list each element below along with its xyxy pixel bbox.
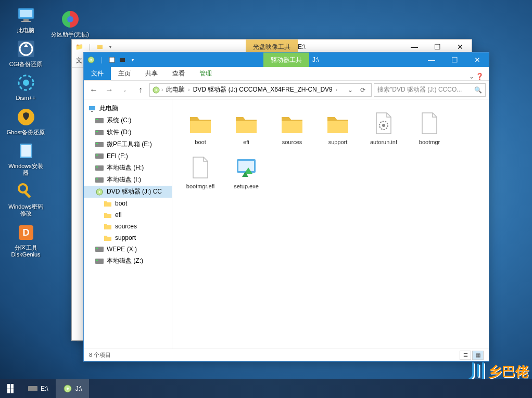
folder-icon: 📁 <box>75 43 83 51</box>
hdd-icon <box>95 257 104 265</box>
tree-drive[interactable]: DVD 驱动器 (J:) CC <box>84 186 172 198</box>
tree-drive[interactable]: 本地磁盘 (Z:) <box>84 255 172 267</box>
exe-icon <box>233 154 260 181</box>
divider: | <box>85 43 94 51</box>
file-icon <box>187 154 214 181</box>
ribbon-collapse-button[interactable]: ⌄ ❓ <box>464 73 489 80</box>
context-tab[interactable]: 驱动器工具 <box>263 53 309 67</box>
taskbar[interactable]: E:\ J:\ <box>0 379 532 398</box>
file-item[interactable]: efi <box>223 107 269 149</box>
file-item[interactable]: autorun.inf <box>361 107 407 149</box>
tree-drive[interactable]: 系统 (C:) <box>84 114 172 126</box>
search-input[interactable]: 搜索"DVD 驱动器 (J:) CCCO... 🔍 <box>374 83 486 97</box>
folder-icon <box>104 211 112 219</box>
hdd-icon <box>95 176 104 184</box>
crumb-this-pc[interactable]: 此电脑 <box>164 84 187 95</box>
desktop-icon-dism[interactable]: Dism++ <box>6 72 45 101</box>
navigation-tree[interactable]: 此电脑 系统 (C:)软件 (D:)微PE工具箱 (E:)EFI (F:)本地磁… <box>84 99 172 349</box>
tree-drive[interactable]: 本地磁盘 (H:) <box>84 162 172 174</box>
window-title: J:\ <box>312 56 319 63</box>
nav-history-button[interactable]: ⌄ <box>118 83 132 97</box>
svg-rect-31 <box>95 153 104 159</box>
folder-icon <box>324 110 351 137</box>
nav-back-button[interactable]: ← <box>87 83 100 97</box>
desktop-icon-partition-assistant[interactable]: 分区助手(无损) <box>50 8 90 38</box>
maximize-button[interactable]: ☐ <box>443 53 466 67</box>
view-icons-button[interactable]: ▦ <box>472 351 484 360</box>
svg-rect-32 <box>96 155 98 156</box>
ribbon-tab-manage[interactable]: 管理 <box>192 67 219 80</box>
svg-rect-3 <box>21 21 31 22</box>
ribbon-tab-view[interactable]: 查看 <box>165 67 192 80</box>
ribbon-tab-file[interactable]: 文件 <box>84 67 111 80</box>
chevron-right-icon[interactable]: › <box>161 87 163 93</box>
taskbar-item-j-drive[interactable]: J:\ <box>56 379 90 398</box>
qat-properties-icon[interactable] <box>108 56 116 64</box>
ribbon: 文件 主页 共享 查看 管理 ⌄ ❓ <box>84 67 489 81</box>
svg-rect-24 <box>91 111 93 112</box>
breadcrumb[interactable]: › 此电脑 › DVD 驱动器 (J:) CCCOMA_X64FRE_ZH-CN… <box>149 83 372 97</box>
file-list[interactable]: bootefisourcessupportautorun.infbootmgrb… <box>172 99 489 349</box>
tree-drive[interactable]: 软件 (D:) <box>84 126 172 138</box>
tree-folder[interactable]: efi <box>84 209 172 221</box>
desktop-icon-password[interactable]: Windows密码修改 <box>6 181 45 217</box>
chevron-right-icon[interactable]: › <box>336 87 337 93</box>
svg-rect-34 <box>96 166 98 168</box>
desktop-icon-win-installer[interactable]: Windows安装器 <box>6 140 45 176</box>
svg-rect-19 <box>109 57 115 62</box>
tree-this-pc[interactable]: 此电脑 <box>84 102 172 114</box>
minimize-button[interactable]: — <box>420 53 443 67</box>
tree-drive[interactable]: 微PE工具箱 (E:) <box>84 138 172 150</box>
desktop-icon-diskgenius[interactable]: D 分区工具DiskGenius <box>6 222 45 258</box>
item-count: 8 个项目 <box>89 351 111 359</box>
file-item[interactable]: bootmgr <box>407 107 452 149</box>
desktop-icon-this-pc[interactable]: 此电脑 <box>6 4 45 34</box>
ribbon-tab-home[interactable]: 主页 <box>111 67 138 80</box>
tree-drive[interactable]: 本地磁盘 (I:) <box>84 174 172 186</box>
explorer-window-j-drive[interactable]: | ▼ 驱动器工具 J:\ — ☐ ✕ 文件 主页 共享 查看 管理 ⌄ ❓ ←… <box>83 52 489 362</box>
view-details-button[interactable]: ☰ <box>460 351 471 360</box>
svg-point-15 <box>67 16 73 22</box>
file-name: sources <box>282 139 302 146</box>
dropdown-button[interactable]: ⌄ <box>344 84 357 96</box>
chevron-right-icon[interactable]: › <box>188 87 189 93</box>
tree-drive[interactable]: EFI (F:) <box>84 150 172 162</box>
nav-up-button[interactable]: ↑ <box>134 83 147 97</box>
dropdown-icon[interactable]: ▼ <box>129 56 137 64</box>
inf-icon <box>370 110 397 137</box>
dvd-icon <box>95 188 104 196</box>
hdd-icon <box>95 140 104 149</box>
close-button[interactable]: ✕ <box>466 53 489 67</box>
desktop-icon-cgi-backup[interactable]: CGI备份还原 <box>6 38 45 68</box>
folder-icon <box>187 110 214 137</box>
qat-icon[interactable] <box>96 43 104 51</box>
file-item[interactable]: setup.exe <box>223 151 269 193</box>
start-button[interactable] <box>0 379 21 398</box>
folder-icon <box>104 222 112 230</box>
titlebar[interactable]: | ▼ 驱动器工具 J:\ — ☐ ✕ <box>84 53 489 67</box>
file-item[interactable]: sources <box>269 107 315 149</box>
tree-folder[interactable]: boot <box>84 198 172 209</box>
taskbar-item-e-drive[interactable]: E:\ <box>21 379 56 398</box>
svg-rect-29 <box>95 142 104 147</box>
tree-drive[interactable]: WEPE (X:) <box>84 243 172 255</box>
desktop-icons-col2: 分区助手(无损) <box>44 4 90 38</box>
ribbon-tab-share[interactable]: 共享 <box>138 67 165 80</box>
file-item[interactable]: support <box>315 107 361 149</box>
dropdown-icon[interactable]: ▼ <box>106 43 115 51</box>
svg-rect-27 <box>95 130 104 135</box>
svg-point-7 <box>23 80 29 86</box>
divider: | <box>97 56 106 64</box>
tree-folder[interactable]: support <box>84 232 172 243</box>
nav-forward-button[interactable]: → <box>103 83 116 97</box>
file-item[interactable]: bootmgr.efi <box>178 151 223 193</box>
file-name: bootmgr.efi <box>186 183 214 190</box>
tree-folder[interactable]: sources <box>84 221 172 232</box>
file-item[interactable]: boot <box>178 107 223 149</box>
desktop-icon-ghost[interactable]: Ghost备份还原 <box>6 106 45 136</box>
refresh-button[interactable]: ⟳ <box>357 84 369 96</box>
crumb-dvd-drive[interactable]: DVD 驱动器 (J:) CCCOMA_X64FRE_ZH-CN_DV9 <box>191 84 335 95</box>
qat-folder-icon[interactable] <box>118 56 126 64</box>
dvd-icon <box>152 86 160 94</box>
hdd-icon <box>95 152 104 160</box>
